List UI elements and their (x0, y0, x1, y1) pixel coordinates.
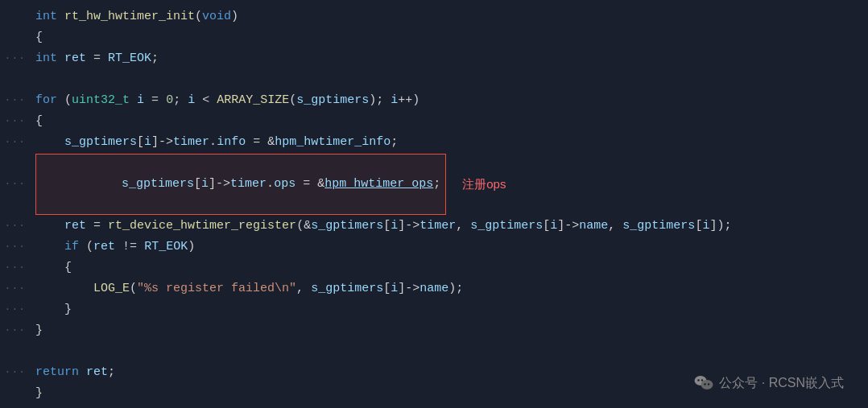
line-dots-8: ··· (0, 176, 32, 193)
code-line-10: ··· if (ret != RT_EOK) (0, 237, 868, 258)
line-content-1: int rt_hw_hwtimer_init(void) (32, 7, 868, 27)
code-line-13: ··· } (0, 299, 868, 320)
code-line-12: ··· LOG_E("%s register failed\n", s_gpti… (0, 278, 868, 299)
svg-point-1 (701, 380, 713, 389)
line-content-2: { (32, 28, 868, 47)
line-dots-3: ··· (0, 51, 32, 68)
line-content-5: for (uint32_t i = 0; i < ARRAY_SIZE(s_gp… (32, 91, 868, 110)
line-content-3: int ret = RT_EOK; (32, 49, 868, 68)
line-dots-12: ··· (0, 281, 32, 298)
line-dots-7: ··· (0, 134, 32, 151)
code-line-14: ··· } (0, 320, 868, 341)
svg-point-2 (698, 379, 700, 381)
watermark-label: 公众号 · RCSN嵌入式 (719, 373, 844, 394)
line-dots-6: ··· (0, 113, 32, 130)
watermark: 公众号 · RCSN嵌入式 (693, 373, 844, 394)
line-dots-14: ··· (0, 323, 32, 340)
svg-point-3 (701, 379, 703, 381)
code-line-11: ··· { (0, 258, 868, 278)
code-line-4 (0, 69, 868, 90)
line-dots-11: ··· (0, 260, 32, 277)
code-line-2: { (0, 27, 868, 48)
line-content-8: s_gptimers[i]->timer.ops = &hpm_hwtimer_… (32, 154, 868, 215)
svg-point-5 (708, 383, 709, 385)
line-content-4 (32, 70, 868, 89)
line-dots-16: ··· (0, 365, 32, 381)
line-dots-13: ··· (0, 302, 32, 319)
line-content-9: ret = rt_device_hwtimer_register(&s_gpti… (32, 216, 868, 236)
wechat-icon (693, 373, 714, 394)
code-line-1: int rt_hw_hwtimer_init(void) (0, 6, 868, 27)
line-content-14: } (32, 321, 868, 340)
annotation-ops: 注册ops (462, 175, 506, 194)
code-line-3: ··· int ret = RT_EOK; (0, 48, 868, 69)
svg-point-4 (705, 383, 706, 385)
line-dots-5: ··· (0, 93, 32, 109)
line-content-18 (32, 405, 868, 408)
line-dots-10: ··· (0, 239, 32, 256)
code-line-7: ··· s_gptimers[i]->timer.info = &hpm_hwt… (0, 132, 868, 153)
code-line-18 (0, 404, 868, 408)
code-line-8-highlighted: ··· s_gptimers[i]->timer.ops = &hpm_hwti… (0, 153, 868, 216)
line-content-12: LOG_E("%s register failed\n", s_gptimers… (32, 279, 868, 299)
line-content-13: } (32, 300, 868, 319)
line-content-6: { (32, 112, 868, 131)
line-content-11: { (32, 258, 868, 278)
line-content-15 (32, 342, 868, 361)
line-dots-9: ··· (0, 218, 32, 235)
code-container: int rt_hw_hwtimer_init(void) { ··· int r… (0, 0, 868, 408)
code-line-15 (0, 341, 868, 362)
line-content-7: s_gptimers[i]->timer.info = &hpm_hwtimer… (32, 133, 868, 152)
code-line-9: ··· ret = rt_device_hwtimer_register(&s_… (0, 216, 868, 237)
line-content-10: if (ret != RT_EOK) (32, 237, 868, 257)
code-line-6: ··· { (0, 111, 868, 132)
code-line-5: ··· for (uint32_t i = 0; i < ARRAY_SIZE(… (0, 90, 868, 111)
